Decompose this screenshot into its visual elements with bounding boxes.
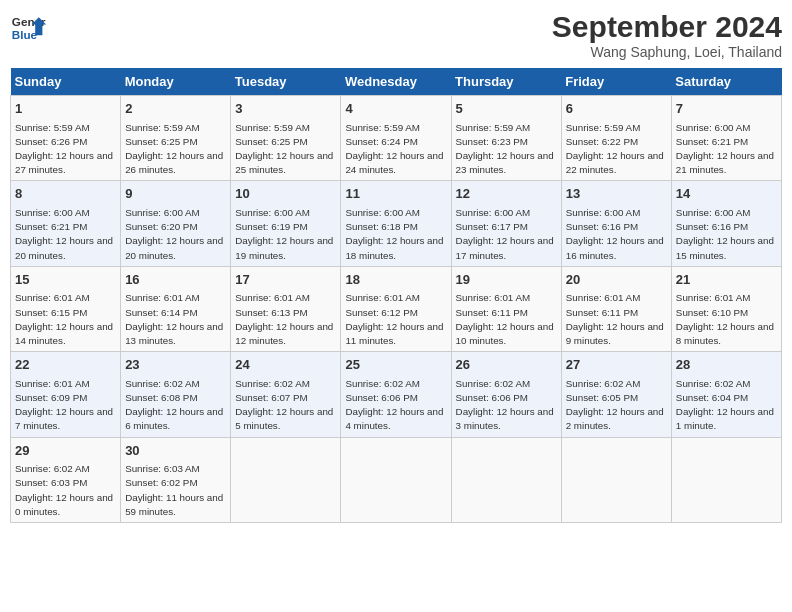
- calendar-cell-27: 27Sunrise: 6:02 AMSunset: 6:05 PMDayligh…: [561, 352, 671, 437]
- calendar-cell-empty: [671, 437, 781, 522]
- calendar-table: SundayMondayTuesdayWednesdayThursdayFrid…: [10, 68, 782, 523]
- calendar-cell-8: 8Sunrise: 6:00 AMSunset: 6:21 PMDaylight…: [11, 181, 121, 266]
- calendar-cell-11: 11Sunrise: 6:00 AMSunset: 6:18 PMDayligh…: [341, 181, 451, 266]
- column-header-sunday: Sunday: [11, 68, 121, 96]
- calendar-week-1: 8Sunrise: 6:00 AMSunset: 6:21 PMDaylight…: [11, 181, 782, 266]
- calendar-week-0: 1Sunrise: 5:59 AMSunset: 6:26 PMDaylight…: [11, 96, 782, 181]
- calendar-cell-9: 9Sunrise: 6:00 AMSunset: 6:20 PMDaylight…: [121, 181, 231, 266]
- calendar-cell-16: 16Sunrise: 6:01 AMSunset: 6:14 PMDayligh…: [121, 266, 231, 351]
- calendar-cell-14: 14Sunrise: 6:00 AMSunset: 6:16 PMDayligh…: [671, 181, 781, 266]
- calendar-week-3: 22Sunrise: 6:01 AMSunset: 6:09 PMDayligh…: [11, 352, 782, 437]
- calendar-cell-24: 24Sunrise: 6:02 AMSunset: 6:07 PMDayligh…: [231, 352, 341, 437]
- logo-icon: General Blue: [10, 10, 46, 46]
- column-header-monday: Monday: [121, 68, 231, 96]
- calendar-cell-29: 29Sunrise: 6:02 AMSunset: 6:03 PMDayligh…: [11, 437, 121, 522]
- svg-text:Blue: Blue: [12, 28, 38, 41]
- calendar-cell-empty: [561, 437, 671, 522]
- calendar-cell-28: 28Sunrise: 6:02 AMSunset: 6:04 PMDayligh…: [671, 352, 781, 437]
- calendar-cell-21: 21Sunrise: 6:01 AMSunset: 6:10 PMDayligh…: [671, 266, 781, 351]
- calendar-cell-19: 19Sunrise: 6:01 AMSunset: 6:11 PMDayligh…: [451, 266, 561, 351]
- page-header: General Blue September 2024 Wang Saphung…: [10, 10, 782, 60]
- calendar-cell-13: 13Sunrise: 6:00 AMSunset: 6:16 PMDayligh…: [561, 181, 671, 266]
- calendar-cell-2: 2Sunrise: 5:59 AMSunset: 6:25 PMDaylight…: [121, 96, 231, 181]
- calendar-cell-6: 6Sunrise: 5:59 AMSunset: 6:22 PMDaylight…: [561, 96, 671, 181]
- calendar-cell-10: 10Sunrise: 6:00 AMSunset: 6:19 PMDayligh…: [231, 181, 341, 266]
- calendar-cell-15: 15Sunrise: 6:01 AMSunset: 6:15 PMDayligh…: [11, 266, 121, 351]
- calendar-cell-23: 23Sunrise: 6:02 AMSunset: 6:08 PMDayligh…: [121, 352, 231, 437]
- logo: General Blue: [10, 10, 46, 46]
- column-header-thursday: Thursday: [451, 68, 561, 96]
- calendar-cell-25: 25Sunrise: 6:02 AMSunset: 6:06 PMDayligh…: [341, 352, 451, 437]
- calendar-cell-7: 7Sunrise: 6:00 AMSunset: 6:21 PMDaylight…: [671, 96, 781, 181]
- calendar-cell-30: 30Sunrise: 6:03 AMSunset: 6:02 PMDayligh…: [121, 437, 231, 522]
- calendar-cell-12: 12Sunrise: 6:00 AMSunset: 6:17 PMDayligh…: [451, 181, 561, 266]
- main-title: September 2024: [552, 10, 782, 44]
- calendar-cell-1: 1Sunrise: 5:59 AMSunset: 6:26 PMDaylight…: [11, 96, 121, 181]
- calendar-header-row: SundayMondayTuesdayWednesdayThursdayFrid…: [11, 68, 782, 96]
- calendar-cell-20: 20Sunrise: 6:01 AMSunset: 6:11 PMDayligh…: [561, 266, 671, 351]
- title-block: September 2024 Wang Saphung, Loei, Thail…: [552, 10, 782, 60]
- column-header-wednesday: Wednesday: [341, 68, 451, 96]
- subtitle: Wang Saphung, Loei, Thailand: [552, 44, 782, 60]
- calendar-cell-17: 17Sunrise: 6:01 AMSunset: 6:13 PMDayligh…: [231, 266, 341, 351]
- calendar-cell-empty: [451, 437, 561, 522]
- calendar-cell-empty: [231, 437, 341, 522]
- calendar-cell-22: 22Sunrise: 6:01 AMSunset: 6:09 PMDayligh…: [11, 352, 121, 437]
- calendar-cell-5: 5Sunrise: 5:59 AMSunset: 6:23 PMDaylight…: [451, 96, 561, 181]
- calendar-week-2: 15Sunrise: 6:01 AMSunset: 6:15 PMDayligh…: [11, 266, 782, 351]
- column-header-tuesday: Tuesday: [231, 68, 341, 96]
- calendar-week-4: 29Sunrise: 6:02 AMSunset: 6:03 PMDayligh…: [11, 437, 782, 522]
- column-header-saturday: Saturday: [671, 68, 781, 96]
- calendar-cell-empty: [341, 437, 451, 522]
- calendar-cell-26: 26Sunrise: 6:02 AMSunset: 6:06 PMDayligh…: [451, 352, 561, 437]
- calendar-cell-4: 4Sunrise: 5:59 AMSunset: 6:24 PMDaylight…: [341, 96, 451, 181]
- calendar-body: 1Sunrise: 5:59 AMSunset: 6:26 PMDaylight…: [11, 96, 782, 523]
- calendar-cell-3: 3Sunrise: 5:59 AMSunset: 6:25 PMDaylight…: [231, 96, 341, 181]
- calendar-cell-18: 18Sunrise: 6:01 AMSunset: 6:12 PMDayligh…: [341, 266, 451, 351]
- column-header-friday: Friday: [561, 68, 671, 96]
